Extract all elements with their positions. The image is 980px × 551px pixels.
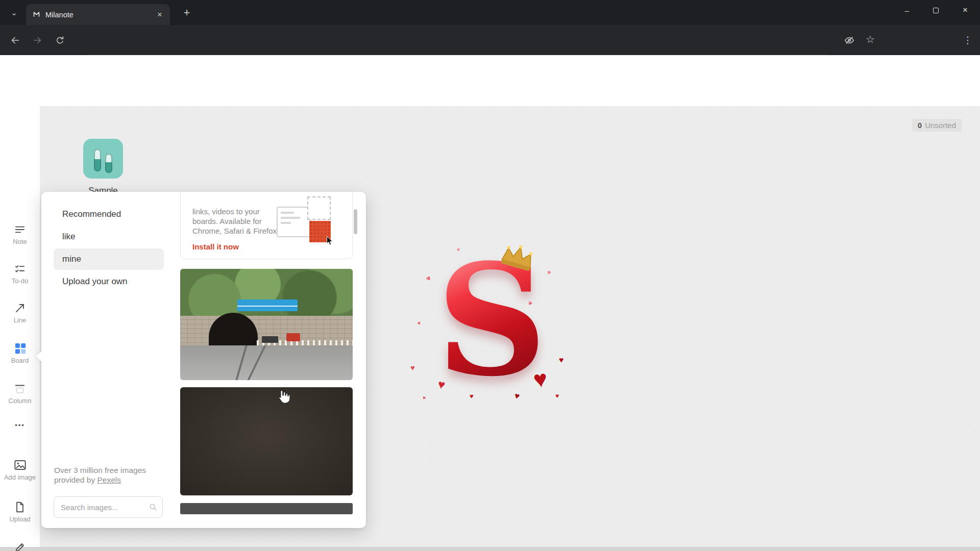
add-image-icon xyxy=(13,458,27,472)
arrow-cursor-icon xyxy=(325,235,336,246)
photo-road xyxy=(180,345,353,380)
tool-note[interactable]: Note xyxy=(0,223,40,245)
butterfly-icon: ♥ xyxy=(424,274,432,283)
nav-label: mine xyxy=(62,254,81,264)
sample-board-card[interactable] xyxy=(83,139,123,179)
column-icon xyxy=(13,382,27,395)
decorative-letter-s-image[interactable]: S ♥ ♥ ♥ ♥ ♥ ♥ ♥ ♥ ♥ ♥ ♥ ♥ ♥ xyxy=(408,240,572,418)
forward-button[interactable] xyxy=(30,33,44,47)
attribution-line2: provided by xyxy=(54,475,97,484)
line-icon xyxy=(13,302,27,315)
unsorted-badge[interactable]: 0 Unsorted xyxy=(912,119,962,132)
illustration-line xyxy=(281,222,291,224)
browser-tab[interactable]: Milanote × xyxy=(26,4,170,25)
tool-sidebar: Note To-do Line Board Column ••• Add ima… xyxy=(0,106,40,547)
clipper-illustration xyxy=(277,196,341,256)
heart-icon: ♥ xyxy=(532,367,549,392)
tool-board[interactable]: Board xyxy=(0,341,40,364)
tool-label: Column xyxy=(9,397,32,405)
todo-icon xyxy=(13,262,27,276)
back-button[interactable] xyxy=(8,33,22,47)
image-search-box xyxy=(54,496,163,518)
tool-label: Note xyxy=(13,238,27,245)
tool-draw[interactable]: Draw xyxy=(0,541,40,551)
illustration-line xyxy=(281,212,294,214)
photo-equipment xyxy=(262,336,278,343)
unsorted-label: Unsorted xyxy=(925,121,956,130)
reload-icon xyxy=(55,35,65,46)
forward-icon xyxy=(32,35,43,46)
image-result-dark[interactable] xyxy=(180,387,353,495)
milanote-favicon-icon xyxy=(32,10,41,19)
chevron-down-icon: ⌄ xyxy=(11,8,17,17)
heart-icon: ♥ xyxy=(422,395,426,400)
pexels-link[interactable]: Pexels xyxy=(97,475,121,484)
letter-s: S xyxy=(436,254,547,387)
tab-close-icon[interactable]: × xyxy=(155,10,165,20)
tool-todo[interactable]: To-do xyxy=(0,262,40,285)
promo-card-text: links, videos to your boards. Available … xyxy=(192,207,280,236)
app-header: Home Refer a friend, get more space > 0 … xyxy=(0,55,980,106)
picker-nav-mine[interactable]: mine xyxy=(54,248,164,270)
new-tab-button[interactable]: + xyxy=(180,6,194,20)
browser-menu-icon[interactable]: ⋮ xyxy=(961,33,975,47)
image-search-input[interactable] xyxy=(54,497,162,517)
image-result-partial[interactable] xyxy=(180,503,353,514)
picker-nav-upload-your-own[interactable]: Upload your own xyxy=(54,271,164,292)
browser-tab-strip: ⌄ Milanote × + – × xyxy=(0,0,980,25)
picker-nav-recommended[interactable]: Recommended xyxy=(54,204,164,225)
window-maximize-button[interactable] xyxy=(924,0,947,20)
tool-line[interactable]: Line xyxy=(0,302,40,324)
test-tube-icon xyxy=(94,149,101,171)
more-icon: ••• xyxy=(15,421,25,429)
tab-title: Milanote xyxy=(45,11,155,19)
tool-label: Board xyxy=(11,357,29,364)
tool-label: Upload xyxy=(9,515,30,523)
tab-search-button[interactable]: ⌄ xyxy=(7,6,21,19)
tool-label: Add image xyxy=(4,473,36,481)
window-bottom-edge xyxy=(0,547,980,551)
screen: ⌄ Milanote × + – × app.milanote.com/1W6t… xyxy=(0,0,980,551)
eye-off-icon xyxy=(844,35,855,46)
add-image-popup: Recommended like mine Upload your own Ov… xyxy=(41,192,366,528)
window-close-button[interactable]: × xyxy=(953,0,977,20)
reload-button[interactable] xyxy=(53,33,67,47)
unsorted-count: 0 xyxy=(918,121,922,130)
bookmark-star-icon[interactable]: ☆ xyxy=(863,32,877,46)
heart-icon: ♥ xyxy=(555,393,559,399)
tool-add-image[interactable]: Add image xyxy=(0,458,40,481)
nav-label: Upload your own xyxy=(62,277,128,287)
draw-icon xyxy=(13,541,27,551)
upload-icon xyxy=(13,500,27,514)
heart-icon: ♥ xyxy=(559,356,564,364)
back-icon xyxy=(10,35,21,46)
photo-truck xyxy=(286,333,300,341)
window-minimize-button[interactable]: – xyxy=(895,0,919,20)
tool-upload[interactable]: Upload xyxy=(0,500,40,523)
attribution-line1: Over 3 million free images xyxy=(54,466,146,474)
nav-label: Recommended xyxy=(62,209,121,219)
browser-toolbar: app.milanote.com/1W6tNL1o8n0SaN/home ☆ I… xyxy=(0,25,980,55)
web-clipper-promo-card[interactable]: links, videos to your boards. Available … xyxy=(180,192,353,259)
tool-more[interactable]: ••• xyxy=(0,421,40,429)
heart-icon: ♥ xyxy=(470,393,474,399)
popup-scrollbar-thumb[interactable] xyxy=(354,209,357,234)
illustration-line xyxy=(281,217,300,219)
tool-column[interactable]: Column xyxy=(0,382,40,405)
photo-trees xyxy=(180,269,353,321)
promo-line: Chrome, Safari & Firefox. xyxy=(192,227,279,235)
search-icon xyxy=(149,503,158,512)
install-it-now-link[interactable]: Install it now xyxy=(192,242,239,251)
butterfly-icon: ♥ xyxy=(416,320,422,327)
board-icon xyxy=(13,341,27,355)
browser-window-illustration xyxy=(277,207,311,237)
promo-line: boards. Available for xyxy=(192,217,262,226)
nav-label: like xyxy=(62,232,76,242)
picker-nav-like[interactable]: like xyxy=(54,226,164,247)
dashed-clip-area xyxy=(307,196,331,220)
tool-label: Line xyxy=(14,316,27,324)
photo-banner xyxy=(237,299,298,311)
heart-icon: ♥ xyxy=(410,364,415,371)
preview-toggle-button[interactable] xyxy=(842,33,856,47)
image-result-tunnel[interactable] xyxy=(180,269,353,380)
